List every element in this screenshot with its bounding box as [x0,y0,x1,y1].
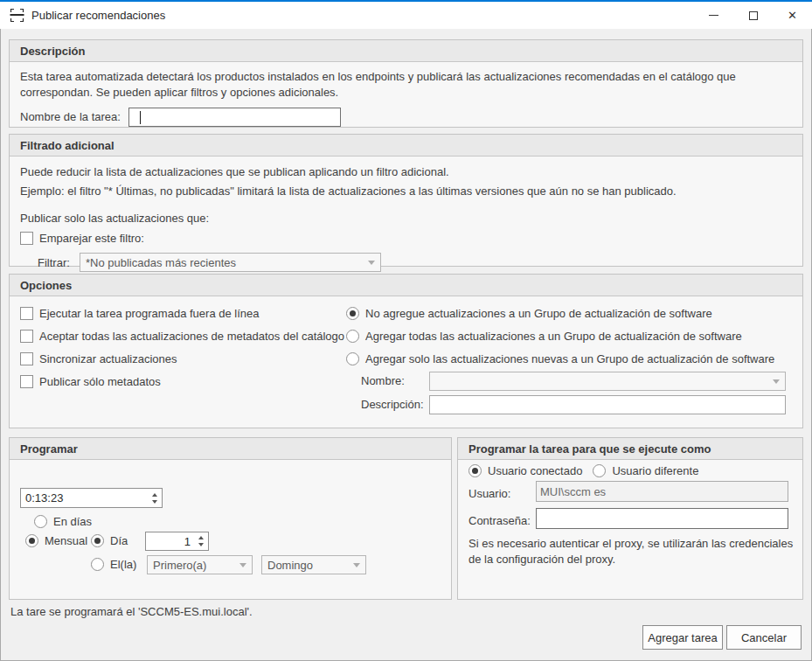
spin-up-icon [198,536,204,539]
sync-updates-checkbox[interactable] [20,352,33,365]
radio-row-add-all: Agregar todas las actualizaciones a un G… [346,330,742,343]
ordinal-dropdown[interactable]: Primero(a) [147,555,253,574]
schedule-status-text: La tare se programará el 'SCCM5-ES.mui.l… [10,605,253,618]
mensual-radio[interactable] [25,534,38,547]
close-icon: ✕ [788,10,797,21]
connected-user-radio[interactable] [468,464,482,477]
group-name-dropdown[interactable] [429,372,786,391]
radio-row-different-user: Usuario diferente [593,464,698,477]
accept-metadata-checkbox[interactable] [20,330,33,343]
different-user-label: Usuario diferente [612,464,698,477]
chevron-down-icon [239,563,246,567]
metadata-only-checkbox[interactable] [20,375,33,388]
filter-dropdown[interactable]: *No publicadas más recientes [80,253,381,272]
filter-info-line2: Ejemplo: el filtro "* Últimas, no public… [20,184,792,198]
minimize-icon [709,15,718,16]
password-label: Contraseña: [468,514,531,527]
mensual-label: Mensual [45,534,87,547]
match-filter-label: Emparejar este filtro: [39,232,144,245]
additional-filter-group: Filtrado adicional Puede reducir la list… [9,134,803,267]
maximize-icon [749,11,758,20]
offline-task-checkbox[interactable] [20,307,33,320]
dia-radio[interactable] [91,534,104,547]
checkbox-row-sync-updates: Sincronizar actualizaciones [20,352,177,365]
publish-only-label: Publicar solo las actualizaciones que: [20,212,792,225]
time-value: 0:13:23 [21,489,147,507]
weekday-dropdown-value: Domingo [267,559,353,572]
no-group-radio[interactable] [346,307,359,320]
task-name-label: Nombre de la tarea: [20,109,121,125]
match-filter-row: Emparejar este filtro: [20,232,792,245]
ella-radio[interactable] [91,558,104,571]
titlebar[interactable]: Publicar recomendaciones ✕ [0,2,812,29]
day-spinner-arrows[interactable] [193,532,208,550]
time-spinner[interactable]: 0:13:23 [20,488,163,508]
add-all-group-radio[interactable] [346,330,359,343]
ordinal-dropdown-value: Primero(a) [153,559,239,572]
window-title: Publicar recomendaciones [31,9,165,22]
different-user-radio[interactable] [593,464,606,477]
radio-row-mensual: Mensual [25,534,87,547]
add-task-button[interactable]: Agregar tarea [642,625,723,650]
task-name-input[interactable] [128,108,341,127]
group-description-input[interactable] [429,395,786,414]
add-all-group-label: Agregar todas las actualizaciones a un G… [365,330,742,343]
description-group-header: Descripción [10,40,802,62]
spin-up-icon [152,493,157,497]
metadata-only-label: Publicar sólo metadatos [39,375,161,388]
spin-down-icon [152,500,157,504]
spin-down-icon [198,543,204,546]
description-text: Esta tarea automatizada detectará los pr… [20,69,792,101]
minimize-button[interactable] [694,2,733,29]
password-field[interactable] [536,508,788,529]
add-new-group-label: Agregar solo las actualizaciones nuevas … [365,352,774,365]
proxy-note: Si es necesario autenticar el proxy, se … [468,536,795,567]
options-group: Opciones Ejecutar la tarea programada fu… [9,274,803,428]
no-group-label: No agregue actualizaciones a un Grupo de… [365,307,712,320]
publish-task-icon [10,8,24,23]
user-label: Usuario: [468,487,510,500]
accept-metadata-label: Aceptar todas las actualizaciones de met… [39,330,344,343]
group-description-label: Descripción: [361,398,424,411]
additional-filter-group-header: Filtrado adicional [10,135,802,157]
checkbox-row-accept-metadata: Aceptar todas las actualizaciones de met… [20,330,344,343]
cancel-button[interactable]: Cancelar [726,625,802,650]
chevron-down-icon [353,563,360,567]
checkbox-row-offline: Ejecutar la tarea programada fuera de lí… [20,307,260,320]
radio-row-en-dias: En días [34,515,92,528]
filter-dropdown-label: Filtrar: [38,256,80,269]
radio-row-ella: El(la) [91,558,136,571]
maximize-button[interactable] [733,2,773,29]
user-field [536,481,788,502]
time-spinner-arrows[interactable] [147,489,162,507]
en-dias-label: En días [53,515,92,528]
chevron-down-icon [773,379,780,384]
group-name-label: Nombre: [361,374,405,387]
add-new-group-radio[interactable] [346,352,359,365]
ella-label: El(la) [110,558,136,571]
radio-row-dia: Día [91,534,128,547]
weekday-dropdown[interactable]: Domingo [261,555,366,574]
options-group-header: Opciones [10,275,802,296]
en-dias-radio[interactable] [34,515,47,528]
filter-info-line1: Puede reducir la lista de actualizacione… [20,165,792,178]
text-caret [140,111,141,124]
radio-row-connected-user: Usuario conectado [468,464,582,477]
dia-label: Día [110,534,128,547]
sync-updates-label: Sincronizar actualizaciones [39,352,177,365]
checkbox-row-metadata-only: Publicar sólo metadatos [20,375,161,388]
publish-recommendations-dialog: Publicar recomendaciones ✕ Descripción E… [0,0,812,661]
connected-user-label: Usuario conectado [488,464,582,477]
day-value: 1 [146,532,193,550]
offline-task-label: Ejecutar la tarea programada fuera de lí… [39,307,260,320]
match-filter-checkbox[interactable] [20,232,33,245]
run-as-group: Programar la tarea para que se ejecute c… [457,437,803,600]
chevron-down-icon [368,261,375,265]
filter-dropdown-value: *No publicadas más recientes [86,256,368,269]
description-group: Descripción Esta tarea automatizada dete… [9,39,803,128]
day-spinner[interactable]: 1 [145,532,209,551]
schedule-group: Programar 0:13:23 En días Mensual Día 1 [9,437,452,600]
close-button[interactable]: ✕ [773,2,812,29]
radio-row-add-new: Agregar solo las actualizaciones nuevas … [346,352,774,365]
run-as-group-header: Programar la tarea para que se ejecute c… [458,438,802,460]
